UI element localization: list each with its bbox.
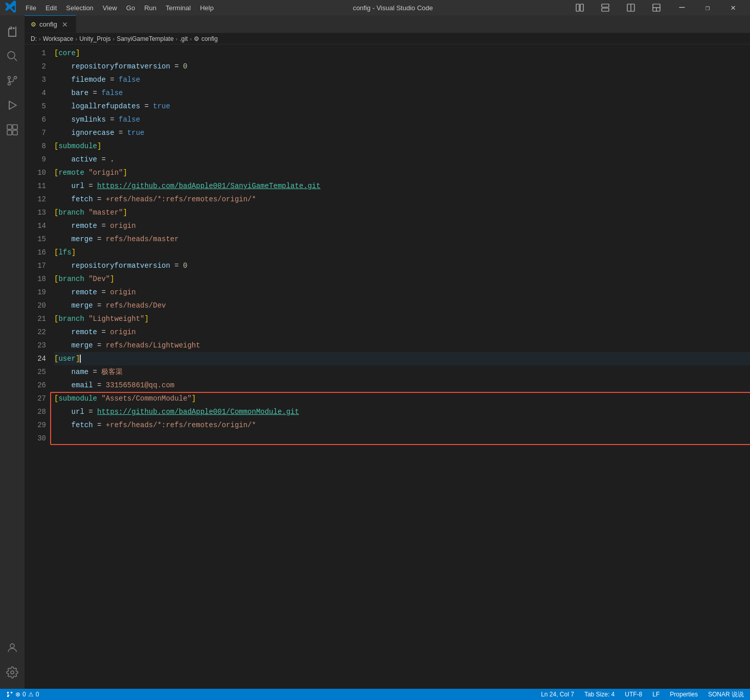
breadcrumb: D: › Workspace › Unity_Projs › SanyiGame…: [25, 33, 750, 44]
svg-point-25: [7, 695, 9, 697]
code-line-8: [submodule]: [54, 139, 750, 153]
status-bar-left: ⊗ 0 ⚠ 0: [4, 691, 41, 698]
code-content: [core] repositoryformatversion = 0 filem…: [50, 44, 750, 689]
svg-line-10: [14, 58, 17, 61]
redbox-container: [submodule "Assets/CommonModule"] url = …: [54, 392, 750, 445]
status-notification[interactable]: SONAR 说说: [706, 690, 746, 699]
svg-rect-17: [7, 125, 12, 129]
layout-btn-1[interactable]: [568, 0, 592, 15]
breadcrumb-unity[interactable]: Unity_Projs: [79, 35, 110, 42]
code-editor[interactable]: 1 2 3 4 5 6 7 8 9 10 11 12 13 14 15 16 1: [25, 44, 750, 689]
svg-rect-3: [602, 8, 609, 11]
code-line-11: url = https://github.com/badApple001/San…: [54, 179, 750, 193]
breadcrumb-drive[interactable]: D:: [31, 35, 37, 42]
menu-go[interactable]: Go: [122, 3, 139, 13]
editor-area: ⚙ config ✕ D: › Workspace › Unity_Projs …: [25, 15, 750, 689]
code-line-6: symlinks = false: [54, 113, 750, 126]
menu-help[interactable]: Help: [196, 3, 218, 13]
line-num-6: 6: [25, 113, 46, 126]
activity-account[interactable]: [0, 636, 25, 660]
menu-selection[interactable]: Selection: [62, 3, 97, 13]
activity-explorer[interactable]: [0, 19, 25, 44]
status-errors-count: 0: [22, 691, 26, 698]
svg-point-24: [11, 692, 13, 694]
maximize-btn[interactable]: ❐: [696, 0, 719, 15]
title-bar-left: File Edit Selection View Go Run Terminal…: [5, 1, 218, 15]
line-num-8: 8: [25, 139, 46, 153]
svg-rect-1: [580, 4, 583, 11]
code-line-26: email = 331565861@qq.com: [54, 379, 750, 392]
code-line-4: bare = false: [54, 86, 750, 100]
status-bar: ⊗ 0 ⚠ 0 Ln 24, Col 7 Tab Size: 4 UTF-8 L…: [0, 689, 750, 700]
status-language[interactable]: Properties: [668, 691, 700, 698]
status-encoding[interactable]: UTF-8: [623, 691, 644, 698]
status-tab-size[interactable]: Tab Size: 4: [582, 691, 617, 698]
activity-bar: [0, 15, 25, 689]
menu-file[interactable]: File: [21, 3, 40, 13]
status-position[interactable]: Ln 24, Col 7: [539, 691, 576, 698]
breadcrumb-workspace[interactable]: Workspace: [43, 35, 74, 42]
tab-bar: ⚙ config ✕: [25, 15, 750, 33]
line-num-2: 2: [25, 60, 46, 73]
cursor: [80, 355, 81, 363]
tab-close-btn[interactable]: ✕: [60, 20, 70, 29]
menu-bar: File Edit Selection View Go Run Terminal…: [21, 3, 218, 13]
breadcrumb-config[interactable]: config: [201, 35, 218, 42]
code-line-19: remote = origin: [54, 286, 750, 299]
line-num-13: 13: [25, 206, 46, 219]
line-num-29: 29: [25, 418, 46, 432]
code-line-1: [core]: [54, 46, 750, 60]
line-num-18: 18: [25, 272, 46, 286]
tab-label: config: [39, 20, 57, 28]
main-layout: ⚙ config ✕ D: › Workspace › Unity_Projs …: [0, 15, 750, 689]
layout-btn-2[interactable]: [594, 0, 617, 15]
activity-bottom: [0, 636, 25, 689]
layout-btn-3[interactable]: [619, 0, 643, 15]
vscode-logo: [5, 1, 17, 15]
svg-marker-15: [9, 101, 16, 109]
line-num-3: 3: [25, 73, 46, 86]
menu-view[interactable]: View: [99, 3, 121, 13]
menu-edit[interactable]: Edit: [41, 3, 61, 13]
status-git-branch[interactable]: ⊗ 0 ⚠ 0: [4, 691, 41, 698]
code-line-28: url = https://github.com/badApple001/Com…: [54, 405, 750, 418]
svg-point-22: [11, 671, 14, 674]
activity-run[interactable]: [0, 93, 25, 118]
menu-run[interactable]: Run: [140, 3, 161, 13]
activity-search[interactable]: [0, 44, 25, 68]
code-line-5: logallrefupdates = true: [54, 100, 750, 113]
layout-btn-4[interactable]: [645, 0, 668, 15]
line-num-27: 27: [25, 392, 46, 405]
line-num-25: 25: [25, 365, 46, 379]
svg-point-23: [7, 692, 9, 694]
breadcrumb-template[interactable]: SanyiGameTemplate: [117, 35, 173, 42]
status-line-ending[interactable]: LF: [650, 691, 662, 698]
code-line-21: [branch "Lightweight"]: [54, 312, 750, 325]
svg-rect-19: [7, 130, 12, 135]
title-bar: File Edit Selection View Go Run Terminal…: [0, 0, 750, 15]
line-num-4: 4: [25, 86, 46, 100]
code-line-30: [54, 432, 750, 445]
code-line-23: merge = refs/heads/Lightweight: [54, 339, 750, 352]
code-line-16: [lfs]: [54, 246, 750, 259]
line-num-21: 21: [25, 312, 46, 325]
svg-rect-20: [13, 130, 17, 135]
activity-extensions[interactable]: [0, 118, 25, 142]
tab-config[interactable]: ⚙ config ✕: [25, 15, 76, 33]
minimize-btn[interactable]: ─: [670, 0, 694, 15]
code-line-20: merge = refs/heads/Dev: [54, 299, 750, 312]
code-line-18: [branch "Dev"]: [54, 272, 750, 286]
line-num-23: 23: [25, 339, 46, 352]
line-num-15: 15: [25, 232, 46, 246]
breadcrumb-git[interactable]: .git: [179, 35, 188, 42]
line-num-28: 28: [25, 405, 46, 418]
close-btn[interactable]: ✕: [721, 0, 745, 15]
line-num-7: 7: [25, 126, 46, 139]
editor-wrapper: 1 2 3 4 5 6 7 8 9 10 11 12 13 14 15 16 1: [25, 44, 750, 689]
code-line-7: ignorecase = true: [54, 126, 750, 139]
activity-git[interactable]: [0, 68, 25, 93]
window-title: config - Visual Studio Code: [353, 4, 433, 12]
menu-terminal[interactable]: Terminal: [162, 3, 195, 13]
activity-settings[interactable]: [0, 660, 25, 685]
svg-rect-0: [576, 4, 579, 11]
